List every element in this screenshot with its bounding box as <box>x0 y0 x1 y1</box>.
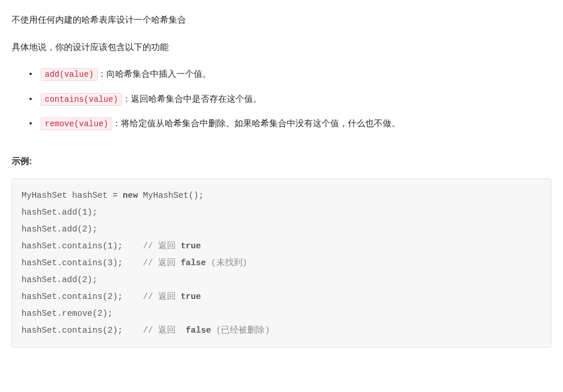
code-line: hashSet.add(2); <box>22 275 148 284</box>
code-line: hashSet.contains(2); <box>22 326 143 335</box>
code-comment: // 返回 <box>143 241 181 251</box>
code-comment: // 返回 <box>143 326 186 335</box>
list-item: contains(value)：返回哈希集合中是否存在这个值。 <box>41 91 551 108</box>
list-item-text: ：向哈希集合中插入一个值。 <box>98 69 211 79</box>
feature-list: add(value)：向哈希集合中插入一个值。 contains(value)：… <box>12 66 551 132</box>
code-comment: (未找到) <box>206 258 247 268</box>
code-keyword-new: new <box>123 191 138 200</box>
code-bool-false: false <box>181 258 206 268</box>
inline-code-add: add(value) <box>41 68 98 81</box>
inline-code-remove: remove(value) <box>41 117 112 130</box>
code-line: hashSet.remove(2); <box>22 309 163 318</box>
code-comment: // 返回 <box>143 292 181 301</box>
code-line: hashSet.contains(1); <box>22 241 143 251</box>
code-comment: (已经被删除) <box>211 326 270 335</box>
list-item: add(value)：向哈希集合中插入一个值。 <box>41 66 551 83</box>
code-bool-false: false <box>186 326 211 335</box>
inline-code-contains: contains(value) <box>41 93 122 106</box>
code-line: MyHashSet hashSet = <box>22 191 123 200</box>
intro-paragraph: 不使用任何内建的哈希表库设计一个哈希集合 <box>12 12 551 28</box>
list-item-text: ：将给定值从哈希集合中删除。如果哈希集合中没有这个值，什么也不做。 <box>112 118 400 128</box>
code-comment: // 返回 <box>143 258 181 268</box>
code-bool-true: true <box>181 241 201 251</box>
code-line: hashSet.contains(3); <box>22 258 143 268</box>
list-item-text: ：返回哈希集合中是否存在这个值。 <box>122 94 262 104</box>
list-item: remove(value)：将给定值从哈希集合中删除。如果哈希集合中没有这个值，… <box>41 115 551 132</box>
code-line-rest: MyHashSet(); <box>138 191 204 200</box>
code-line: hashSet.add(1); <box>22 208 143 217</box>
code-line: hashSet.add(2); <box>22 224 143 234</box>
code-line: hashSet.contains(2); <box>22 292 143 301</box>
description-paragraph: 具体地说，你的设计应该包含以下的功能 <box>12 39 551 56</box>
code-bool-true: true <box>181 292 201 301</box>
example-heading: 示例: <box>12 153 551 170</box>
code-block: MyHashSet hashSet = new MyHashSet(); has… <box>12 179 551 348</box>
